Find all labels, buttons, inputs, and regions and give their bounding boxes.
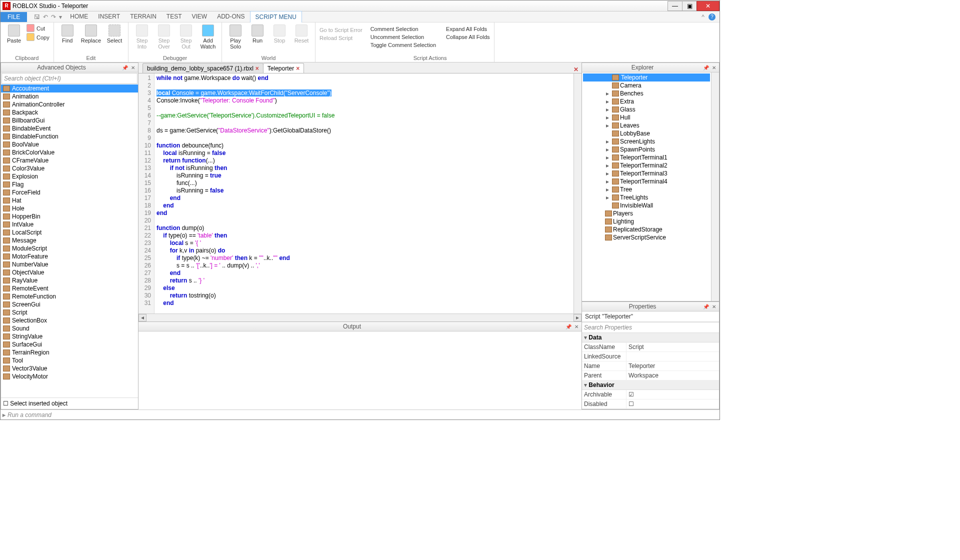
object-item[interactable]: ForceField xyxy=(1,188,138,196)
tree-node[interactable]: LobbyBase xyxy=(583,130,710,138)
output-close-icon[interactable]: ✕ xyxy=(574,324,578,330)
object-item[interactable]: Explosion xyxy=(1,172,138,180)
tree-node[interactable]: ▸TeleportTerminal2 xyxy=(583,162,710,170)
tree-node[interactable]: ▸Hull xyxy=(583,114,710,122)
panel-close-icon[interactable]: ✕ xyxy=(131,65,135,70)
file-menu[interactable]: FILE xyxy=(0,12,27,22)
panel-pin-icon[interactable]: 📌 xyxy=(122,65,128,70)
tree-node[interactable]: ServerScriptService xyxy=(583,234,710,242)
object-item[interactable]: Hole xyxy=(1,204,138,212)
close-button[interactable]: ✕ xyxy=(696,1,720,11)
object-item[interactable]: ModuleScript xyxy=(1,244,138,252)
expand-folds-button[interactable]: Expand All Folds xyxy=(445,24,490,32)
select-inserted-checkbox[interactable]: ☐ Select inserted object xyxy=(1,398,138,409)
object-item[interactable]: Vector3Value xyxy=(1,364,138,372)
tree-node[interactable]: ▸TeleportTerminal1 xyxy=(583,154,710,162)
object-item[interactable]: StringValue xyxy=(1,332,138,340)
object-item[interactable]: TerrainRegion xyxy=(1,348,138,356)
explorer-close-icon[interactable]: ✕ xyxy=(712,65,716,70)
object-item[interactable]: BoolValue xyxy=(1,140,138,148)
prop-row[interactable]: LinkedSource xyxy=(582,352,719,362)
object-item[interactable]: AnimationController xyxy=(1,100,138,108)
qat-save-icon[interactable]: 🖫 xyxy=(34,14,40,20)
ribbon-collapse-icon[interactable]: ^ xyxy=(702,14,704,20)
tree-node[interactable]: ▸TeleportTerminal4 xyxy=(583,178,710,186)
find-button[interactable]: Find xyxy=(57,24,78,44)
tree-node[interactable]: ▸Tree xyxy=(583,186,710,194)
explorer-pin-icon[interactable]: 📌 xyxy=(703,65,709,70)
object-item[interactable]: Color3Value xyxy=(1,164,138,172)
object-item[interactable]: Sound xyxy=(1,324,138,332)
close-all-tabs-icon[interactable]: ✕ xyxy=(570,66,582,73)
tree-node[interactable]: ▸TeleportTerminal3 xyxy=(583,170,710,178)
object-item[interactable]: NumberValue xyxy=(1,260,138,268)
tree-node[interactable]: ▸Extra xyxy=(583,98,710,106)
menu-tab-home[interactable]: HOME xyxy=(65,11,93,23)
object-item[interactable]: MotorFeature xyxy=(1,252,138,260)
object-item[interactable]: Script xyxy=(1,308,138,316)
tree-node[interactable]: Players xyxy=(583,210,710,218)
prop-row[interactable]: NameTeleporter xyxy=(582,362,719,371)
object-item[interactable]: BrickColorValue xyxy=(1,148,138,156)
collapse-folds-button[interactable]: Collapse All Folds xyxy=(445,32,490,40)
qat-more-icon[interactable]: ▾ xyxy=(59,14,62,20)
object-item[interactable]: Animation xyxy=(1,92,138,100)
tree-node[interactable]: Lighting xyxy=(583,218,710,226)
replace-button[interactable]: Replace xyxy=(79,24,103,44)
prop-group[interactable]: Behavior xyxy=(582,380,719,390)
object-item[interactable]: RayValue xyxy=(1,276,138,284)
object-item[interactable]: Message xyxy=(1,236,138,244)
prop-row[interactable]: ParentWorkspace xyxy=(582,371,719,380)
properties-search-input[interactable]: Search Properties xyxy=(582,322,719,333)
add-watch-button[interactable]: Add Watch xyxy=(198,24,218,50)
comment-button[interactable]: Comment Selection xyxy=(370,24,437,32)
prop-row[interactable]: ClassNameScript xyxy=(582,342,719,352)
code-editor[interactable]: while not game.Workspace do wait() end l… xyxy=(154,74,574,314)
object-item[interactable]: Flag xyxy=(1,180,138,188)
editor-vscrollbar[interactable] xyxy=(574,74,582,314)
object-item[interactable]: Backpack xyxy=(1,108,138,116)
object-item[interactable]: BindableFunction xyxy=(1,132,138,140)
tree-node[interactable]: ReplicatedStorage xyxy=(583,226,710,234)
cut-button[interactable]: Cut xyxy=(26,24,50,32)
object-item[interactable]: ScreenGui xyxy=(1,300,138,308)
toggle-comment-button[interactable]: Toggle Comment Selection xyxy=(370,40,437,48)
object-item[interactable]: CFrameValue xyxy=(1,156,138,164)
tree-node[interactable]: ▸SpawnPoints xyxy=(583,146,710,154)
object-item[interactable]: Accoutrement xyxy=(1,84,138,92)
object-item[interactable]: Tool xyxy=(1,356,138,364)
help-icon[interactable]: ? xyxy=(708,14,716,20)
minimize-button[interactable]: — xyxy=(668,1,682,11)
tree-node[interactable]: ▸ScreenLights xyxy=(583,138,710,146)
close-tab-icon[interactable]: × xyxy=(256,65,259,72)
editor-hscrollbar[interactable]: ◂▸ xyxy=(138,314,582,322)
play-solo-button[interactable]: Play Solo xyxy=(225,24,246,50)
object-item[interactable]: VelocityMotor xyxy=(1,372,138,380)
properties-close-icon[interactable]: ✕ xyxy=(712,304,716,310)
menu-tab-script-menu[interactable]: SCRIPT MENU xyxy=(250,11,302,23)
tree-node[interactable]: InvisibleWall xyxy=(583,202,710,210)
file-tab[interactable]: Teleporter× xyxy=(263,63,304,73)
object-item[interactable]: ObjectValue xyxy=(1,268,138,276)
object-item[interactable]: HopperBin xyxy=(1,212,138,220)
paste-button[interactable]: Paste xyxy=(4,24,24,44)
object-item[interactable]: BillboardGui xyxy=(1,116,138,124)
object-item[interactable]: SelectionBox xyxy=(1,316,138,324)
copy-button[interactable]: Copy xyxy=(26,32,50,42)
prop-row[interactable]: Disabled☐ xyxy=(582,400,719,409)
prop-group[interactable]: Data xyxy=(582,333,719,342)
run-button[interactable]: Run xyxy=(247,24,268,44)
command-bar[interactable]: ▸Run a command xyxy=(0,410,720,420)
object-item[interactable]: RemoteFunction xyxy=(1,292,138,300)
menu-tab-view[interactable]: VIEW xyxy=(186,11,212,23)
object-item[interactable]: Hat xyxy=(1,196,138,204)
object-item[interactable]: RemoteEvent xyxy=(1,284,138,292)
tree-node[interactable]: ▸Benches xyxy=(583,90,710,98)
object-item[interactable]: BindableEvent xyxy=(1,124,138,132)
tree-node[interactable]: ▸Leaves xyxy=(583,122,710,130)
menu-tab-terrain[interactable]: TERRAIN xyxy=(125,11,162,23)
menu-tab-test[interactable]: TEST xyxy=(162,11,187,23)
tree-node[interactable]: ▸Glass xyxy=(583,106,710,114)
file-tab[interactable]: building_demo_lobby_space657 (1).rbxl× xyxy=(142,63,264,73)
explorer-vscrollbar[interactable] xyxy=(711,72,719,301)
